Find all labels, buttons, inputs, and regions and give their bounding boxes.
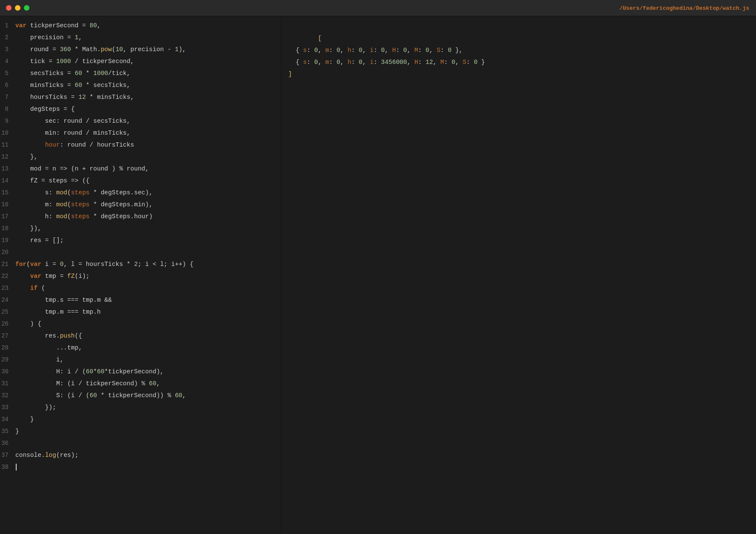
code-lines: 1 var tickperSecond = 80, 2 precision = … — [0, 16, 281, 476]
table-row: 32 S: (i / (60 * tickperSecond)) % 60, — [0, 390, 281, 401]
table-row: 25 tmp.m === tmp.h — [0, 306, 281, 318]
close-button[interactable] — [6, 5, 12, 11]
table-row: 37 console.log(res); — [0, 449, 281, 461]
table-row: 9 sec: round / secsTicks, — [0, 115, 281, 127]
output-content: [ { s: 0, m: 0, h: 0, i: 0, H: 0, M: 0, … — [288, 20, 749, 92]
table-row: 31 M: (i / tickperSecond) % 60, — [0, 378, 281, 390]
main-content: 1 var tickperSecond = 80, 2 precision = … — [0, 16, 756, 534]
table-row: 5 secsTicks = 60 * 1000/tick, — [0, 67, 281, 79]
code-editor[interactable]: 1 var tickperSecond = 80, 2 precision = … — [0, 16, 281, 534]
table-row: 38 — [0, 461, 281, 473]
table-row: 17 h: mod(steps * degSteps.hour) — [0, 211, 281, 222]
output-line1: { — [288, 47, 303, 54]
table-row: 35 } — [0, 425, 281, 437]
table-row: 6 minsTicks = 60 * secsTicks, — [0, 79, 281, 91]
table-row: 27 res.push({ — [0, 330, 281, 342]
table-row: 36 — [0, 437, 281, 449]
table-row: 29 i, — [0, 354, 281, 366]
table-row: 12 }, — [0, 151, 281, 163]
filename-title: /Users/federicoghedina/Desktop/watch.js — [620, 5, 749, 11]
table-row: 28 ...tmp, — [0, 342, 281, 354]
table-row: 1 var tickperSecond = 80, — [0, 20, 281, 32]
table-row: 7 hoursTicks = 12 * minsTicks, — [0, 91, 281, 103]
table-row: 34 } — [0, 413, 281, 425]
table-row: 14 fZ = steps => ({ — [0, 175, 281, 187]
table-row: 10 min: round / minsTicks, — [0, 127, 281, 139]
table-row: 18 }), — [0, 222, 281, 234]
table-row: 8 degSteps = { — [0, 103, 281, 115]
output-bracket-open: [ — [318, 35, 322, 42]
app-window: /Users/federicoghedina/Desktop/watch.js … — [0, 0, 756, 534]
title-bar: /Users/federicoghedina/Desktop/watch.js — [0, 0, 756, 16]
table-row: 16 m: mod(steps * degSteps.min), — [0, 199, 281, 211]
table-row: 20 — [0, 246, 281, 258]
table-row: 26 ) { — [0, 318, 281, 330]
table-row: 2 precision = 1, — [0, 32, 281, 43]
table-row: 30 H: i / (60*60*tickperSecond), — [0, 366, 281, 378]
table-row: 3 round = 360 * Math.pow(10, precision -… — [0, 43, 281, 55]
table-row: 22 var tmp = fZ(i); — [0, 270, 281, 282]
table-row: 23 if ( — [0, 282, 281, 294]
table-row: 19 res = []; — [0, 234, 281, 246]
output-pane: [ { s: 0, m: 0, h: 0, i: 0, H: 0, M: 0, … — [281, 16, 756, 534]
maximize-button[interactable] — [24, 5, 29, 11]
table-row: 13 mod = n => (n + round ) % round, — [0, 163, 281, 175]
table-row: 11 hour: round / hoursTicks — [0, 139, 281, 151]
table-row: 24 tmp.s === tmp.m && — [0, 294, 281, 306]
minimize-button[interactable] — [15, 5, 20, 11]
table-row: 15 s: mod(steps * degSteps.sec), — [0, 187, 281, 199]
table-row: 21 for(var i = 0, l = hoursTicks * 2; i … — [0, 258, 281, 270]
table-row: 4 tick = 1000 / tickperSecond, — [0, 55, 281, 67]
traffic-lights — [6, 5, 29, 11]
table-row: 33 }); — [0, 401, 281, 413]
